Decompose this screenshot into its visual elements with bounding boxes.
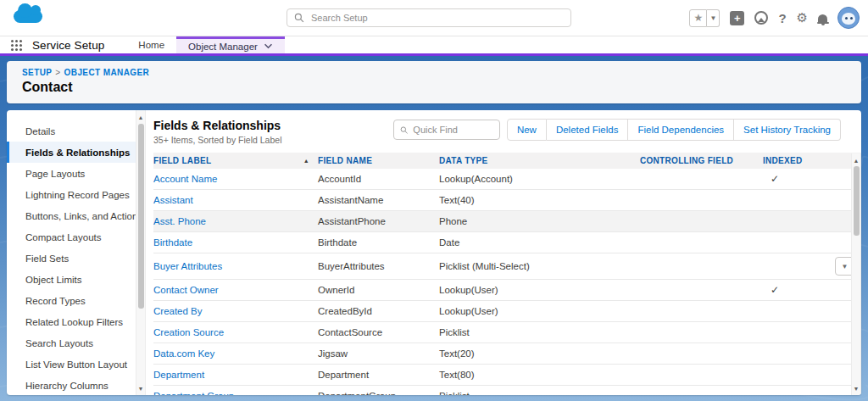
list-subtitle: 35+ Items, Sorted by Field Label (153, 135, 281, 145)
sidebar-scroll-up-icon[interactable]: ▲ (136, 112, 145, 122)
table-scrollbar[interactable]: ▲ ▼ (851, 153, 861, 395)
field-name-cell: AssistantName (318, 195, 439, 205)
table-body: Account Name AccountId Lookup(Account) ✓… (153, 169, 861, 395)
field-label-link[interactable]: Department Group (153, 391, 318, 395)
sidebar-item-list-view-button-layout[interactable]: List View Button Layout (7, 354, 136, 375)
search-icon (294, 13, 304, 23)
field-name-cell: Jigsaw (318, 348, 439, 359)
user-avatar[interactable] (837, 7, 860, 29)
object-manager-card: DetailsFields & RelationshipsPage Layout… (7, 110, 861, 395)
field-name-cell: Birthdate (318, 237, 439, 248)
breadcrumb: SETUP>OBJECT MANAGER (22, 68, 846, 77)
data-type-cell: Text(80) (439, 370, 640, 380)
global-header: ★ ▼ + ? ⚙ (0, 0, 868, 36)
tab-home[interactable]: Home (126, 36, 176, 53)
sidebar-item-hierarchy-columns[interactable]: Hierarchy Columns (7, 375, 136, 395)
table-row: Contact Owner OwnerId Lookup(User) ✓ (153, 280, 861, 301)
sidebar-item-object-limits[interactable]: Object Limits (7, 269, 136, 290)
app-launcher-icon[interactable] (0, 36, 32, 53)
field-label-link[interactable]: Contact Owner (153, 285, 318, 295)
guidance-center-icon[interactable] (754, 11, 768, 25)
data-type-cell: Lookup(User) (439, 306, 640, 316)
setup-background: SETUP>OBJECT MANAGER Contact DetailsFiel… (0, 56, 868, 401)
field-label-link[interactable]: Birthdate (153, 237, 318, 248)
data-type-cell: Text(20) (439, 348, 640, 359)
sidebar-scrollbar[interactable]: ▲ ▼ (136, 110, 146, 395)
column-header-indexed[interactable]: INDEXED (763, 156, 831, 165)
app-name: Service Setup (32, 36, 104, 53)
fields-table: FIELD LABEL ▲ FIELD NAME DATA TYPE CONTR… (153, 153, 861, 395)
table-row: Assistant AssistantName Text(40) (153, 190, 861, 211)
indexed-check-icon: ✓ (763, 284, 831, 296)
field-dependencies-button[interactable]: Field Dependencies (628, 119, 734, 141)
table-row: Department Group DepartmentGroup Picklis… (153, 386, 861, 395)
setup-gear-icon[interactable]: ⚙ (797, 10, 808, 25)
help-icon[interactable]: ? (778, 11, 786, 25)
field-label-link[interactable]: Data.com Key (153, 348, 318, 359)
column-header-field-label[interactable]: FIELD LABEL ▲ (153, 156, 318, 165)
favorites-dropdown-icon[interactable]: ▼ (707, 9, 720, 27)
sidebar-item-details[interactable]: Details (7, 120, 136, 142)
object-sidebar: DetailsFields & RelationshipsPage Layout… (7, 110, 136, 395)
breadcrumb-separator: > (55, 68, 60, 77)
field-name-cell: AccountId (318, 174, 439, 184)
sidebar-item-compact-layouts[interactable]: Compact Layouts (7, 226, 136, 248)
new-button[interactable]: New (507, 119, 547, 141)
breadcrumb-setup-link[interactable]: SETUP (22, 68, 52, 77)
field-name-cell: BuyerAttributes (318, 261, 439, 271)
quick-actions-plus-icon[interactable]: + (730, 11, 744, 25)
list-title: Fields & Relationships (153, 119, 281, 132)
data-type-cell: Lookup(User) (439, 285, 640, 295)
quick-find[interactable] (393, 120, 500, 140)
notifications-bell-icon[interactable] (818, 14, 827, 23)
sidebar-item-field-sets[interactable]: Field Sets (7, 248, 136, 269)
sidebar-item-record-types[interactable]: Record Types (7, 290, 136, 311)
breadcrumb-object-manager-link[interactable]: OBJECT MANAGER (64, 68, 150, 77)
table-row: Birthdate Birthdate Date (153, 232, 861, 253)
set-history-tracking-button[interactable]: Set History Tracking (734, 119, 841, 141)
field-label-link[interactable]: Asst. Phone (153, 216, 318, 226)
field-name-cell: DepartmentGroup (318, 391, 439, 395)
sidebar-item-fields-relationships[interactable]: Fields & Relationships (7, 142, 136, 163)
field-label-link[interactable]: Assistant (153, 195, 318, 205)
sidebar-item-page-layouts[interactable]: Page Layouts (7, 163, 136, 184)
global-search[interactable] (287, 8, 571, 27)
field-label-link[interactable]: Buyer Attributes (153, 261, 318, 271)
quick-find-input[interactable] (413, 125, 493, 135)
table-row: Asst. Phone AssistantPhone Phone (153, 211, 861, 232)
sidebar-item-related-lookup-filters[interactable]: Related Lookup Filters (7, 311, 136, 332)
table-scroll-up-icon[interactable]: ▲ (852, 155, 860, 165)
page-title: Contact (22, 80, 846, 95)
field-label-link[interactable]: Created By (153, 306, 318, 316)
field-label-link[interactable]: Account Name (153, 174, 318, 184)
action-button-group: New Deleted Fields Field Dependencies Se… (507, 119, 841, 141)
sidebar-scroll-down-icon[interactable]: ▼ (136, 383, 145, 393)
tab-object-manager[interactable]: Object Manager (176, 36, 285, 53)
field-label-link[interactable]: Department (153, 370, 318, 380)
table-scrollbar-thumb[interactable] (854, 166, 860, 236)
sidebar-item-lightning-record-pages[interactable]: Lightning Record Pages (7, 184, 136, 205)
sort-ascending-icon: ▲ (303, 158, 309, 164)
table-row: Buyer Attributes BuyerAttributes Picklis… (153, 253, 861, 280)
sidebar-item-search-layouts[interactable]: Search Layouts (7, 332, 136, 354)
field-label-link[interactable]: Creation Source (153, 327, 318, 337)
sidebar-item-buttons-links-and-actions[interactable]: Buttons, Links, and Actions (7, 205, 136, 226)
table-row: Department Department Text(80) (153, 365, 861, 386)
favorites-control: ★ ▼ (689, 9, 720, 27)
deleted-fields-button[interactable]: Deleted Fields (547, 119, 629, 141)
field-name-cell: OwnerId (318, 285, 439, 295)
field-name-cell: Department (318, 370, 439, 380)
page-header-card: SETUP>OBJECT MANAGER Contact (7, 61, 861, 103)
favorites-star-icon[interactable]: ★ (689, 9, 707, 27)
table-scroll-down-icon[interactable]: ▼ (852, 383, 860, 393)
column-header-field-name[interactable]: FIELD NAME (318, 156, 439, 165)
salesforce-logo-icon[interactable] (14, 10, 42, 23)
column-header-data-type[interactable]: DATA TYPE (439, 156, 640, 165)
column-header-controlling-field[interactable]: CONTROLLING FIELD (640, 156, 763, 165)
data-type-cell: Text(40) (439, 195, 640, 205)
sidebar-scrollbar-thumb[interactable] (138, 124, 144, 309)
fields-content: Fields & Relationships 35+ Items, Sorted… (146, 110, 861, 395)
header-actions: ★ ▼ + ? ⚙ (689, 7, 860, 29)
global-search-input[interactable] (311, 13, 564, 23)
table-row: Account Name AccountId Lookup(Account) ✓ (153, 169, 861, 190)
